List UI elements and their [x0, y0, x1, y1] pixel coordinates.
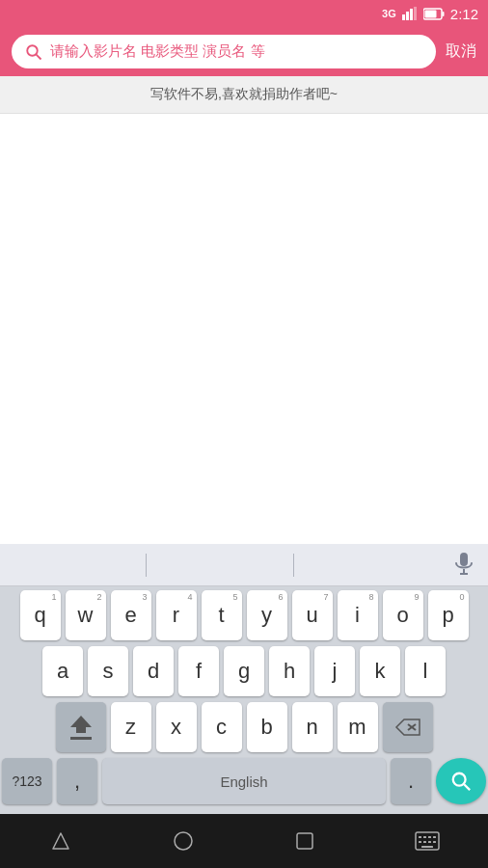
mic-container[interactable]	[440, 553, 488, 578]
keyboard: 1q 2w 3e 4r 5t 6y 7u 8i	[0, 544, 488, 814]
key-w[interactable]: 2w	[66, 590, 106, 640]
suggestion-middle[interactable]	[147, 544, 292, 585]
svg-rect-0	[402, 14, 405, 20]
key-d[interactable]: d	[133, 646, 174, 696]
recents-button[interactable]	[281, 822, 329, 860]
key-o[interactable]: 9o	[383, 590, 423, 640]
svg-rect-20	[419, 836, 421, 838]
key-n[interactable]: n	[292, 702, 333, 752]
mic-icon	[454, 553, 474, 578]
key-s[interactable]: s	[88, 646, 128, 696]
svg-rect-23	[433, 836, 436, 838]
search-icon	[25, 43, 42, 61]
key-row-3: z x c b n m	[2, 702, 486, 752]
content-area	[0, 114, 488, 544]
key-g[interactable]: g	[224, 646, 264, 696]
svg-marker-16	[53, 833, 68, 849]
search-placeholder: 请输入影片名 电影类型 演员名 等	[50, 42, 422, 61]
svg-rect-24	[419, 841, 421, 843]
key-u[interactable]: 7u	[292, 590, 333, 640]
battery-icon	[423, 8, 445, 20]
numbers-key[interactable]: ?123	[2, 758, 52, 804]
svg-line-8	[37, 54, 41, 59]
search-key[interactable]	[436, 758, 486, 804]
svg-rect-18	[297, 833, 312, 849]
key-i[interactable]: 8i	[338, 590, 378, 640]
svg-rect-9	[460, 553, 468, 566]
key-p[interactable]: 0p	[428, 590, 469, 640]
backspace-icon	[394, 718, 421, 737]
svg-rect-3	[414, 7, 417, 20]
key-j[interactable]: j	[314, 646, 355, 696]
key-a[interactable]: a	[42, 646, 83, 696]
svg-line-15	[464, 784, 470, 790]
key-m[interactable]: m	[338, 702, 378, 752]
key-c[interactable]: c	[202, 702, 242, 752]
search-input-container[interactable]: 请输入影片名 电影类型 演员名 等	[12, 35, 436, 68]
key-h[interactable]: h	[269, 646, 310, 696]
suggestion-left[interactable]	[0, 544, 146, 585]
keys-area: 1q 2w 3e 4r 5t 6y 7u 8i	[0, 586, 488, 814]
key-k[interactable]: k	[360, 646, 400, 696]
key-b[interactable]: b	[247, 702, 287, 752]
svg-rect-21	[423, 836, 426, 838]
key-x[interactable]: x	[156, 702, 197, 752]
hint-text: 写软件不易,喜欢就捐助作者吧~	[150, 86, 338, 101]
svg-rect-2	[410, 9, 413, 20]
status-bar: 3G 2:12	[0, 0, 488, 27]
period-key[interactable]: .	[391, 758, 431, 804]
svg-rect-27	[433, 841, 436, 843]
back-icon	[49, 829, 72, 853]
svg-rect-6	[424, 10, 436, 17]
comma-label: ,	[74, 769, 80, 794]
keyboard-icon	[415, 831, 440, 851]
key-y[interactable]: 6y	[247, 590, 287, 640]
key-row-4: ?123 , English .	[2, 758, 486, 804]
svg-point-17	[175, 832, 192, 850]
svg-point-7	[27, 45, 38, 56]
key-row-2: a s d f g h j k l	[2, 646, 486, 696]
key-r[interactable]: 4r	[156, 590, 197, 640]
home-button[interactable]	[159, 822, 207, 860]
svg-rect-5	[442, 12, 444, 16]
keyboard-button[interactable]	[403, 822, 451, 860]
time-display: 2:12	[450, 6, 478, 22]
svg-rect-1	[406, 12, 409, 20]
key-f[interactable]: f	[178, 646, 219, 696]
back-button[interactable]	[37, 822, 85, 860]
comma-key[interactable]: ,	[57, 758, 97, 804]
suggestions-row	[0, 544, 488, 586]
key-z[interactable]: z	[111, 702, 151, 752]
key-t[interactable]: 5t	[202, 590, 242, 640]
network-indicator: 3G	[382, 8, 396, 19]
recents-icon	[295, 831, 314, 851]
key-l[interactable]: l	[405, 646, 446, 696]
cancel-button[interactable]: 取消	[446, 41, 476, 62]
suggestion-right[interactable]	[294, 544, 440, 585]
svg-rect-26	[428, 841, 431, 843]
key-q[interactable]: 1q	[20, 590, 61, 640]
bottom-nav	[0, 814, 488, 868]
numbers-label: ?123	[12, 773, 41, 789]
language-label: English	[220, 773, 267, 790]
search-bar: 请输入影片名 电影类型 演员名 等 取消	[0, 27, 488, 76]
period-label: .	[408, 769, 414, 794]
hint-bar: 写软件不易,喜欢就捐助作者吧~	[0, 76, 488, 114]
language-key[interactable]: English	[102, 758, 386, 804]
svg-point-14	[453, 773, 466, 786]
backspace-key[interactable]	[383, 702, 433, 752]
key-e[interactable]: 3e	[111, 590, 151, 640]
svg-rect-22	[428, 836, 431, 838]
home-icon	[172, 829, 195, 853]
key-row-1: 1q 2w 3e 4r 5t 6y 7u 8i	[2, 590, 486, 640]
svg-rect-28	[421, 846, 433, 848]
signal-icon	[402, 7, 418, 20]
shift-arrow-icon	[70, 716, 92, 740]
search-enter-icon	[450, 771, 472, 792]
svg-rect-25	[423, 841, 426, 843]
shift-key[interactable]	[56, 702, 106, 752]
